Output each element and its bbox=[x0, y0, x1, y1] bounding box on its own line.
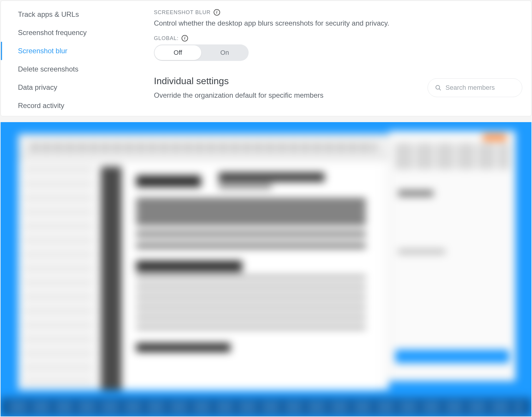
section-label: SCREENSHOT BLUR bbox=[154, 9, 211, 16]
info-icon[interactable]: i bbox=[182, 35, 188, 41]
toggle-option-on[interactable]: On bbox=[201, 45, 248, 60]
global-toggle[interactable]: Off On bbox=[154, 44, 249, 61]
section-header: SCREENSHOT BLUR i bbox=[154, 9, 522, 16]
sidebar-item-data-privacy[interactable]: Data privacy bbox=[1, 78, 154, 97]
settings-main: SCREENSHOT BLUR i Control whether the de… bbox=[154, 1, 531, 116]
settings-panel: Track apps & URLs Screenshot frequency S… bbox=[1, 1, 531, 116]
sidebar-item-screenshot-frequency[interactable]: Screenshot frequency bbox=[1, 24, 154, 42]
global-label: GLOBAL: bbox=[154, 35, 179, 41]
blurred-screenshot-preview bbox=[1, 122, 531, 416]
individual-text: Individual settings Override the organiz… bbox=[154, 76, 323, 99]
search-icon bbox=[435, 84, 441, 91]
section-description: Control whether the desktop app blurs sc… bbox=[154, 19, 522, 27]
toggle-option-off[interactable]: Off bbox=[154, 45, 201, 60]
global-row: GLOBAL: i bbox=[154, 35, 522, 41]
sidebar-item-record-activity[interactable]: Record activity bbox=[1, 97, 154, 115]
sidebar-item-track-apps-urls[interactable]: Track apps & URLs bbox=[1, 5, 154, 24]
settings-sidebar: Track apps & URLs Screenshot frequency S… bbox=[1, 1, 154, 116]
search-members[interactable] bbox=[428, 78, 522, 97]
sidebar-item-screenshot-blur[interactable]: Screenshot blur bbox=[1, 42, 154, 60]
info-icon[interactable]: i bbox=[214, 9, 220, 16]
individual-title: Individual settings bbox=[154, 76, 323, 87]
svg-line-1 bbox=[439, 89, 441, 90]
individual-description: Override the organization default for sp… bbox=[154, 91, 323, 99]
search-input[interactable] bbox=[445, 84, 515, 92]
sidebar-item-delete-screenshots[interactable]: Delete screenshots bbox=[1, 60, 154, 78]
individual-row: Individual settings Override the organiz… bbox=[154, 76, 522, 99]
